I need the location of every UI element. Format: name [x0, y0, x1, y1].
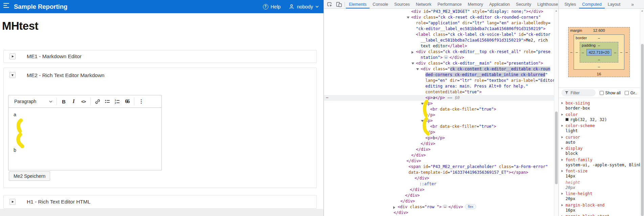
dom-tree-line[interactable]: ded-corners ck-editor__editable_inline c… — [324, 72, 554, 78]
dom-tree-line[interactable]: lang="en" dir="ltr" role="textbox" aria-… — [324, 78, 554, 83]
dom-tree-line[interactable]: ::after — [324, 181, 554, 187]
devtools-tab-security[interactable]: Security — [513, 0, 534, 8]
computed-property-font-size[interactable]: font-size14px — [561, 169, 640, 179]
computed-property-color[interactable]: colorrgb(32, 32, 32) — [561, 112, 640, 122]
scroll-up-icon[interactable]: ▲ — [640, 9, 644, 12]
expand-property-icon[interactable] — [561, 102, 563, 104]
dom-tree-line[interactable]: role="application" dir="ltr" lang="en" a… — [324, 20, 554, 26]
dom-tree-line[interactable]: </div> — [324, 158, 554, 164]
dom-tree-line[interactable]: <div class="ck ck-content ck-editor__edi… — [324, 66, 554, 72]
code-button[interactable]: <> — [79, 97, 88, 106]
numbered-list-button[interactable]: 1 2 — [112, 97, 122, 106]
dom-tree-line[interactable]: </div> — [324, 187, 554, 193]
inspect-button[interactable] — [325, 0, 334, 8]
dom-tree-line[interactable]: </p> — [324, 112, 554, 118]
help-button[interactable]: ? Help — [263, 4, 281, 9]
bulleted-list-button[interactable] — [103, 97, 112, 106]
devtools-tab-console[interactable]: Console — [370, 0, 391, 8]
dom-tree-line[interactable]: contenteditable="true"> — [324, 89, 554, 95]
twisty-expanded-icon[interactable] — [421, 120, 424, 122]
twisty-expanded-icon[interactable] — [412, 63, 414, 65]
device-toolbar-button[interactable] — [334, 0, 343, 8]
expand-property-icon[interactable] — [561, 136, 563, 138]
checkbox-icon[interactable] — [600, 91, 604, 95]
dom-tree-line[interactable]: <span id="P43_ME2_error_placeholder" cla… — [324, 164, 554, 170]
dom-tree-line[interactable]: editing area: main. Press Alt+0 for help… — [324, 83, 554, 89]
dom-tree-line[interactable]: __label_ec581bbdba7c1aa6156806f91d315021… — [324, 38, 554, 43]
computed-property-box-sizing[interactable]: box-sizingborder-box — [561, 101, 640, 111]
computed-property-height[interactable]: height20px — [561, 180, 640, 190]
sidebar-tab-computed[interactable]: Computed — [579, 0, 605, 8]
dom-tree-line[interactable]: <div class="ck ck-editor__top ck-reset_a… — [324, 49, 554, 55]
expand-property-icon[interactable] — [561, 193, 563, 195]
me2-save-button[interactable]: Me2 Speichern — [9, 171, 50, 181]
scrollbar-thumb[interactable] — [555, 112, 558, 184]
computed-property-color-scheme[interactable]: color-schemelight — [561, 123, 640, 134]
dom-tree-line[interactable]: <label class="ck ck-label ck-voice-label… — [324, 32, 554, 38]
computed-property-margin-block-start[interactable]: margin-block-start — [561, 214, 640, 216]
computed-property-display[interactable]: displayblock — [561, 146, 640, 156]
computed-property-cursor[interactable]: cursorauto — [561, 135, 640, 145]
more-tabs-button[interactable]: » — [631, 0, 634, 8]
dom-tree-line[interactable]: ntation">…</div> — [324, 55, 554, 61]
expand-property-icon[interactable] — [561, 125, 563, 127]
editor-content[interactable]: a b — [8, 108, 162, 170]
twisty-expanded-icon[interactable] — [407, 17, 409, 19]
flex-badge[interactable]: flex — [465, 204, 476, 209]
expand-property-icon[interactable] — [561, 170, 563, 172]
scrollbar-thumb[interactable] — [641, 44, 644, 216]
line-gutter-ellipsis-icon[interactable]: ⋯ — [326, 95, 328, 101]
dom-tree-line[interactable]: </p> — [324, 129, 554, 135]
link-button[interactable] — [93, 97, 103, 106]
menu-icon[interactable] — [3, 3, 12, 10]
dom-tree-line[interactable]: </div> — [324, 175, 554, 181]
devtools-tab-performance[interactable]: Performance — [435, 0, 465, 8]
heading-dropdown[interactable]: Paragraph — [11, 97, 54, 106]
italic-button[interactable]: I — [69, 97, 79, 106]
dom-tree-line[interactable]: <p> — [324, 118, 554, 124]
dom-tree-line[interactable]: </div> — [324, 141, 554, 147]
expand-me1-button[interactable] — [9, 53, 16, 59]
sidebar-tab-styles[interactable]: Styles — [561, 0, 579, 8]
dom-tree-line[interactable]: ⋯<p>a</p> == $0 — [324, 95, 554, 101]
group-toggle[interactable]: Gr... — [625, 91, 637, 95]
expand-property-icon[interactable] — [561, 159, 563, 161]
dom-tree-line[interactable]: </div> — [324, 193, 554, 198]
devtools-tab-network[interactable]: Network — [413, 0, 435, 8]
show-all-toggle[interactable]: Show all — [600, 91, 621, 95]
devtools-tab-memory[interactable]: Memory — [465, 0, 486, 8]
devtools-tab-sources[interactable]: Sources — [391, 0, 413, 8]
dom-tree-line[interactable]: <div class="ck ck-reset ck-editor ck-rou… — [324, 15, 554, 20]
twisty-expanded-icon[interactable] — [421, 103, 424, 105]
more-options-button[interactable]: ⋮ — [136, 97, 146, 106]
devtools-tab-elements[interactable]: Elements — [346, 0, 370, 8]
dom-tree-line[interactable]: <br data-cke-filler="true"> — [324, 124, 554, 129]
expand-h1-button[interactable] — [9, 199, 16, 205]
dom-tree-line[interactable]: </div> — [324, 147, 554, 152]
filter-input[interactable]: Filter — [561, 89, 596, 96]
dom-tree-line[interactable]: </div> — [324, 198, 554, 204]
checkbox-icon[interactable] — [625, 91, 629, 95]
dom-tree-line[interactable]: <div class="ck ck-editor__main" role="pr… — [324, 61, 554, 66]
dom-tree-line[interactable]: </div> — [324, 210, 554, 216]
block-quote-button[interactable]: 66 — [122, 97, 132, 106]
dom-tree-line[interactable]: <p>b</p> — [324, 135, 554, 141]
dom-tree-line[interactable]: text editor</label> — [324, 43, 554, 49]
computed-property-font-family[interactable]: font-familysystem-ui, -apple-system, Bli… — [561, 158, 640, 168]
dom-tree-line[interactable]: </div> — [324, 152, 554, 158]
dom-tree-line[interactable]: data-template-id="1633744196356369157_ET… — [324, 170, 554, 175]
collapse-me2-button[interactable] — [9, 72, 16, 78]
expand-property-icon[interactable] — [561, 114, 563, 116]
dom-tree-line[interactable]: <div class="row ">…</div>flex — [324, 204, 554, 210]
box-model-diagram[interactable]: margin 12.600 16 – – border – – – – padd… — [568, 27, 630, 77]
devtools-tab-application[interactable]: Application — [486, 0, 513, 8]
twisty-collapsed-icon[interactable] — [393, 206, 395, 209]
sidebar-scrollbar[interactable]: ▲ — [640, 9, 644, 216]
sidebar-tab-layout[interactable]: Layout — [605, 0, 624, 8]
user-menu-button[interactable]: nobody — [289, 4, 319, 9]
expand-property-icon[interactable] — [561, 147, 563, 149]
devtools-tab-lighthouse[interactable]: Lighthouse — [534, 0, 561, 8]
computed-property-line-height[interactable]: line-height20px — [561, 191, 640, 201]
twisty-expanded-icon[interactable] — [416, 68, 419, 70]
inline-expand-button[interactable]: … — [443, 205, 447, 208]
